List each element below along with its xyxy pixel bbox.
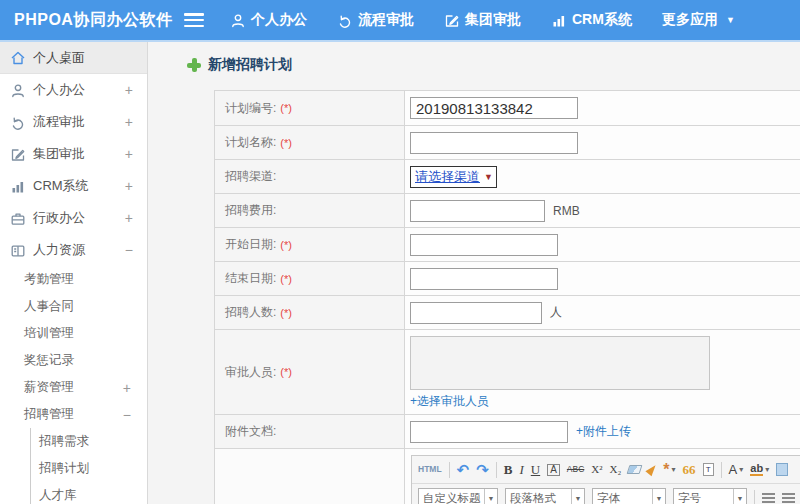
sidebar-subitem-recruitment[interactable]: 招聘管理 − [0, 401, 147, 428]
nav-group-approval[interactable]: 集团审批 [444, 11, 521, 29]
align-left-icon[interactable] [762, 493, 775, 503]
expand-plus-icon: + [125, 114, 133, 130]
sidebar-subitem-salary[interactable]: 薪资管理 + [0, 374, 147, 401]
undo-icon[interactable]: ↶ [457, 462, 470, 477]
main-content: 新增招聘计划 计划编号: (*) 计划名称: (*) [148, 42, 800, 504]
paste-as-text-icon[interactable]: T [703, 463, 714, 476]
expand-plus-icon: + [123, 380, 131, 396]
field-label: 计划名称: (*) [215, 126, 405, 159]
strikethrough-button[interactable]: ABC [567, 465, 584, 474]
recruitment-submenu: 招聘需求 招聘计划 人才库 [30, 428, 147, 504]
sidebar-item-workflow-approval[interactable]: 流程审批 + [0, 106, 147, 138]
field-label: 结束日期: (*) [215, 262, 405, 295]
sidebar-subitem-recruit-plan[interactable]: 招聘计划 [31, 455, 147, 482]
italic-button[interactable]: I [519, 463, 523, 476]
sidebar-subitem-talent-pool[interactable]: 人才库 [31, 482, 147, 504]
superscript-button[interactable]: X² [591, 464, 602, 475]
required-mark: (*) [280, 102, 292, 114]
top-header: PHPOA协同办公软件 个人办公 流程审批 集团审批 CRM系统 更多应用 ▼ [0, 0, 800, 42]
bold-button[interactable]: B [504, 463, 513, 476]
select-caret-icon: ▼ [652, 489, 665, 504]
sidebar-item-label: 流程审批 [33, 113, 125, 131]
custom-title-select[interactable]: 自定义标题 ▼ [418, 488, 498, 504]
redo-icon[interactable]: ↷ [476, 462, 489, 477]
unit-suffix: 人 [550, 304, 562, 321]
sidebar-item-crm[interactable]: CRM系统 + [0, 170, 147, 202]
form-row-editor: HTML ↶ ↷ B I U A ABC X² X₂ [215, 448, 800, 504]
chevron-down-icon: ▼ [726, 15, 735, 25]
form-row-start-date: 开始日期: (*) [215, 227, 800, 261]
chevron-down-icon: ▾ [739, 466, 743, 474]
form-row-plan-name: 计划名称: (*) [215, 125, 800, 159]
currency-suffix: RMB [553, 204, 580, 218]
sidebar-item-label: 个人桌面 [33, 49, 133, 67]
flow-arrow-icon [337, 13, 352, 28]
font-size-select[interactable]: 字号 ▼ [673, 488, 747, 504]
sidebar-item-desktop[interactable]: 个人桌面 [0, 42, 147, 74]
sidebar-item-human-resources[interactable]: 人力资源 − [0, 234, 147, 266]
plan-name-input[interactable] [410, 132, 578, 154]
attachment-upload-link[interactable]: +附件上传 [576, 423, 631, 440]
sidebar-subitem-label: 薪资管理 [24, 379, 123, 396]
page-title: 新增招聘计划 [187, 56, 800, 74]
id-card-icon [10, 243, 25, 258]
channel-select[interactable]: 请选择渠道 ▼ [410, 166, 497, 188]
paint-format-dropdown[interactable]: * ▾ [663, 462, 675, 478]
format-brush-icon[interactable] [646, 463, 659, 477]
collapse-minus-icon: − [125, 242, 133, 258]
edit-square-icon [444, 13, 459, 28]
toolbar-more-icon[interactable] [776, 463, 788, 476]
sidebar-subitem-hr-contract[interactable]: 人事合同 [0, 293, 147, 320]
sparkle-icon: * [663, 462, 669, 478]
sidebar-subitem-label: 培训管理 [24, 325, 131, 342]
headcount-input[interactable] [410, 302, 542, 324]
cost-input[interactable] [410, 200, 545, 222]
sidebar-subitem-label: 考勤管理 [24, 271, 131, 288]
nav-crm-system[interactable]: CRM系统 [551, 11, 632, 29]
font-family-select[interactable]: 字体 ▼ [592, 488, 666, 504]
field-label: 审批人员: (*) [215, 330, 405, 414]
sidebar-subitem-training[interactable]: 培训管理 [0, 320, 147, 347]
underline-button[interactable]: U [531, 463, 540, 476]
menu-toggle-icon[interactable] [184, 13, 204, 27]
sidebar-subitem-attendance[interactable]: 考勤管理 [0, 266, 147, 293]
html-source-button[interactable]: HTML [418, 465, 442, 474]
subscript-button[interactable]: X₂ [610, 464, 622, 475]
highlight-ab: ab [750, 463, 763, 476]
paragraph-format-select[interactable]: 段落格式 ▼ [505, 488, 585, 504]
nav-workflow-approval[interactable]: 流程审批 [337, 11, 414, 29]
select-caret-icon: ▼ [484, 489, 497, 504]
sidebar-subitem-rewards[interactable]: 奖惩记录 [0, 347, 147, 374]
eraser-icon[interactable] [627, 465, 643, 474]
remove-format-button[interactable]: A [547, 464, 560, 476]
recruit-plan-form: 计划编号: (*) 计划名称: (*) 招聘渠道: [214, 90, 800, 504]
start-date-input[interactable] [410, 234, 558, 256]
highlight-color-dropdown[interactable]: ab ▾ [750, 463, 769, 476]
sidebar-subitem-recruit-demand[interactable]: 招聘需求 [31, 428, 147, 455]
sidebar-item-admin-office[interactable]: 行政办公 + [0, 202, 147, 234]
approvers-textarea[interactable] [410, 336, 710, 390]
nav-more-apps[interactable]: 更多应用 ▼ [662, 11, 735, 29]
page-title-text: 新增招聘计划 [208, 56, 292, 74]
field-label-empty [215, 449, 405, 504]
bar-chart-icon [10, 179, 25, 194]
font-color-dropdown[interactable]: A ▾ [729, 463, 744, 476]
field-label: 附件文档: [215, 415, 405, 448]
sidebar-item-label: 行政办公 [33, 209, 125, 227]
field-label: 开始日期: (*) [215, 228, 405, 261]
sidebar-item-label: 人力资源 [33, 241, 125, 259]
plan-number-input[interactable] [410, 97, 578, 119]
blockquote-button[interactable]: 66 [683, 463, 696, 476]
select-approvers-link[interactable]: +选择审批人员 [410, 393, 489, 410]
required-mark: (*) [280, 239, 292, 251]
sidebar: 个人桌面 个人办公 + 流程审批 + 集团审批 + CRM系统 + 行政办公 + [0, 42, 148, 504]
align-center-icon[interactable] [782, 493, 795, 503]
select-caret-icon: ▼ [484, 172, 493, 182]
end-date-input[interactable] [410, 268, 558, 290]
nav-personal-office[interactable]: 个人办公 [230, 11, 307, 29]
select-caret-icon: ▼ [571, 489, 584, 504]
sidebar-item-personal-office[interactable]: 个人办公 + [0, 74, 147, 106]
sidebar-item-group-approval[interactable]: 集团审批 + [0, 138, 147, 170]
sidebar-subitem-label: 招聘需求 [39, 433, 89, 450]
attachment-input[interactable] [410, 421, 568, 443]
